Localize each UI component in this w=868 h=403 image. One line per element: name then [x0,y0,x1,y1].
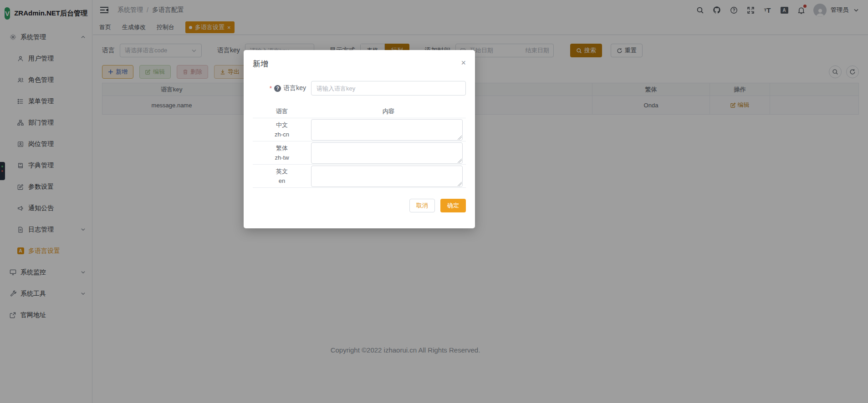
page: V ZRAdmin.NET后台管理 系统管理 用户管理 [0,0,868,403]
lang-label: 英文 en [253,166,311,186]
dialog-header: 新增 × [253,59,466,69]
col-language: 语言 [253,107,311,116]
question-filled-icon[interactable]: ? [274,85,281,92]
content-textarea-en[interactable] [311,166,463,187]
close-icon[interactable]: × [461,59,466,67]
key-field-row: * ? 语言key [253,81,466,96]
dialog-table-header: 语言 内容 [253,105,466,118]
confirm-button[interactable]: 确定 [440,199,466,212]
cancel-button[interactable]: 取消 [409,199,435,212]
lang-label: 繁体 zh-tw [253,143,311,162]
key-field-input[interactable] [311,81,466,96]
col-content: 内容 [311,107,466,116]
key-field-label: * ? 语言key [253,84,311,92]
lang-row-zh-cn: 中文 zh-cn [253,118,466,141]
lang-label: 中文 zh-cn [253,120,311,139]
lang-row-en: 英文 en [253,165,466,188]
dialog-title: 新增 [253,59,268,69]
dialog-footer: 取消 确定 [253,199,466,212]
content-textarea-zh-cn[interactable] [311,119,463,141]
required-mark: * [270,85,272,92]
lang-row-zh-tw: 繁体 zh-tw [253,141,466,165]
content-textarea-zh-tw[interactable] [311,142,463,164]
dialog-lang-table: 语言 内容 中文 zh-cn 繁体 zh-tw [253,105,466,188]
add-dialog: 新增 × * ? 语言key 语言 内容 中文 zh-cn [244,50,475,228]
